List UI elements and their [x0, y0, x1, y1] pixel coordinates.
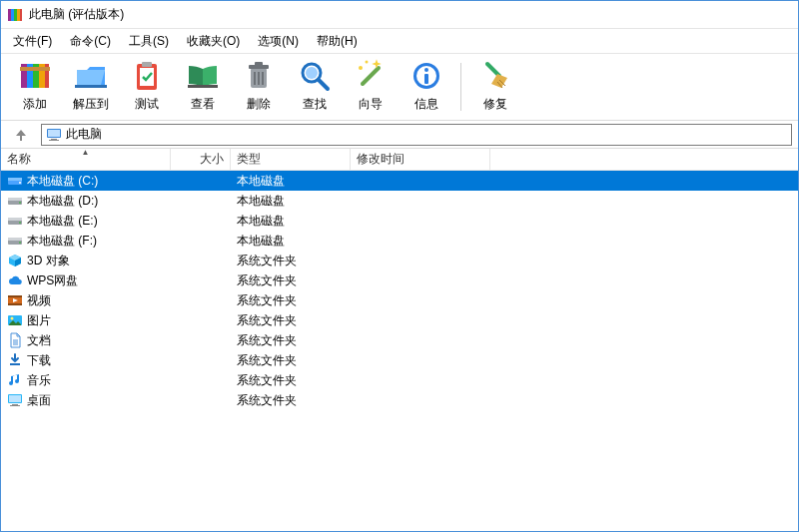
col-size[interactable]: 大小 [171, 149, 231, 170]
cell-name: 图片 [1, 312, 171, 329]
cell-type: 系统文件夹 [231, 292, 351, 309]
up-button[interactable] [7, 124, 35, 146]
desktop-icon [7, 392, 23, 408]
cell-type: 系统文件夹 [231, 352, 351, 369]
col-date[interactable]: 修改时间 [351, 149, 490, 170]
list-row[interactable]: 本地磁盘 (D:)本地磁盘 [1, 191, 798, 211]
tb-extract[interactable]: 解压到 [65, 56, 117, 118]
tb-repair[interactable]: 修复 [469, 56, 521, 118]
svg-rect-14 [142, 62, 152, 67]
menu-file[interactable]: 文件(F) [5, 31, 60, 52]
row-name-text: 视频 [27, 292, 51, 309]
tb-repair-label: 修复 [483, 96, 507, 113]
cell-type: 系统文件夹 [231, 253, 351, 269]
archive-books-icon [17, 58, 53, 94]
menu-tools[interactable]: 工具(S) [121, 31, 177, 52]
file-list[interactable]: 本地磁盘 (C:)本地磁盘本地磁盘 (D:)本地磁盘本地磁盘 (E:)本地磁盘本… [1, 171, 798, 531]
drive-icon [7, 213, 23, 229]
tb-delete[interactable]: 删除 [233, 56, 285, 118]
svg-rect-32 [424, 74, 428, 84]
svg-point-31 [424, 68, 428, 72]
col-name[interactable]: ▲ 名称 [1, 149, 171, 170]
svg-point-27 [359, 66, 363, 70]
cloud-icon [7, 272, 23, 288]
svg-point-42 [19, 182, 21, 184]
tb-test[interactable]: 测试 [121, 56, 173, 118]
svg-rect-54 [8, 303, 22, 305]
svg-rect-0 [8, 9, 11, 21]
tb-view[interactable]: 查看 [177, 56, 229, 118]
tb-delete-label: 删除 [247, 96, 271, 113]
tb-info[interactable]: 信息 [400, 56, 452, 118]
list-row[interactable]: 图片系统文件夹 [1, 310, 798, 330]
row-name-text: 本地磁盘 (F:) [27, 233, 97, 250]
folder-open-icon [73, 58, 109, 94]
menu-commands[interactable]: 命令(C) [62, 31, 119, 52]
list-row[interactable]: 文档系统文件夹 [1, 330, 798, 350]
list-row[interactable]: 本地磁盘 (E:)本地磁盘 [1, 211, 798, 231]
cell-type: 本地磁盘 [231, 233, 351, 250]
svg-rect-50 [8, 238, 22, 241]
address-input[interactable] [66, 128, 787, 142]
svg-rect-38 [51, 139, 57, 140]
app-icon [7, 7, 23, 23]
3dobjects-icon [7, 253, 23, 268]
svg-rect-3 [17, 9, 20, 21]
row-name-text: 图片 [27, 312, 51, 329]
cell-type: 系统文件夹 [231, 392, 351, 409]
tb-find[interactable]: 查找 [289, 56, 341, 118]
drive-icon [7, 233, 23, 249]
svg-rect-10 [20, 67, 50, 71]
winrar-window: 此电脑 (评估版本) 文件(F) 命令(C) 工具(S) 收藏夹(O) 选项(N… [0, 0, 799, 532]
tb-add[interactable]: 添加 [9, 56, 61, 118]
list-header: ▲ 名称 大小 类型 修改时间 [1, 149, 798, 171]
info-icon [408, 58, 444, 94]
cell-name: 本地磁盘 (C:) [1, 173, 171, 190]
svg-rect-64 [12, 404, 18, 405]
drive-c-icon [7, 173, 23, 189]
svg-rect-1 [11, 9, 14, 21]
list-row[interactable]: WPS网盘系统文件夹 [1, 270, 798, 290]
list-row[interactable]: 3D 对象系统文件夹 [1, 251, 798, 270]
svg-point-45 [19, 202, 21, 204]
toolbar: 添加 解压到 测试 [1, 53, 798, 121]
tb-view-label: 查看 [191, 96, 215, 113]
address-box[interactable] [41, 124, 792, 146]
svg-rect-61 [10, 363, 20, 365]
window-title: 此电脑 (评估版本) [29, 6, 124, 23]
svg-point-48 [19, 222, 21, 224]
row-name-text: 桌面 [27, 392, 51, 409]
list-row[interactable]: 视频系统文件夹 [1, 290, 798, 310]
list-row[interactable]: 下载系统文件夹 [1, 350, 798, 370]
docs-icon [7, 332, 23, 348]
cell-type: 本地磁盘 [231, 213, 351, 230]
col-date-label: 修改时间 [357, 151, 404, 168]
tb-wizard-label: 向导 [359, 96, 383, 113]
list-row[interactable]: 音乐系统文件夹 [1, 370, 798, 390]
tb-extract-label: 解压到 [73, 96, 109, 113]
list-row[interactable]: 本地磁盘 (C:)本地磁盘 [1, 171, 798, 191]
tb-wizard[interactable]: 向导 [345, 56, 397, 118]
menubar: 文件(F) 命令(C) 工具(S) 收藏夹(O) 选项(N) 帮助(H) [1, 29, 798, 53]
svg-rect-2 [14, 9, 17, 21]
col-type[interactable]: 类型 [231, 149, 351, 170]
svg-point-28 [366, 61, 369, 64]
menu-help[interactable]: 帮助(H) [309, 31, 366, 52]
tb-find-label: 查找 [303, 96, 327, 113]
row-name-text: WPS网盘 [27, 272, 78, 289]
wand-icon [353, 58, 389, 94]
cell-type: 系统文件夹 [231, 312, 351, 329]
menu-options[interactable]: 选项(N) [250, 31, 307, 52]
list-row[interactable]: 桌面系统文件夹 [1, 390, 798, 410]
tb-info-label: 信息 [414, 96, 438, 113]
cell-type: 本地磁盘 [231, 193, 351, 210]
list-row[interactable]: 本地磁盘 (F:)本地磁盘 [1, 231, 798, 251]
pictures-icon [7, 312, 23, 328]
music-icon [7, 372, 23, 388]
row-name-text: 本地磁盘 (C:) [27, 173, 98, 190]
menu-fav[interactable]: 收藏夹(O) [179, 31, 248, 52]
arrow-up-icon [13, 127, 29, 143]
sort-asc-icon: ▲ [82, 148, 90, 157]
svg-rect-37 [48, 130, 60, 137]
svg-rect-53 [8, 295, 22, 297]
